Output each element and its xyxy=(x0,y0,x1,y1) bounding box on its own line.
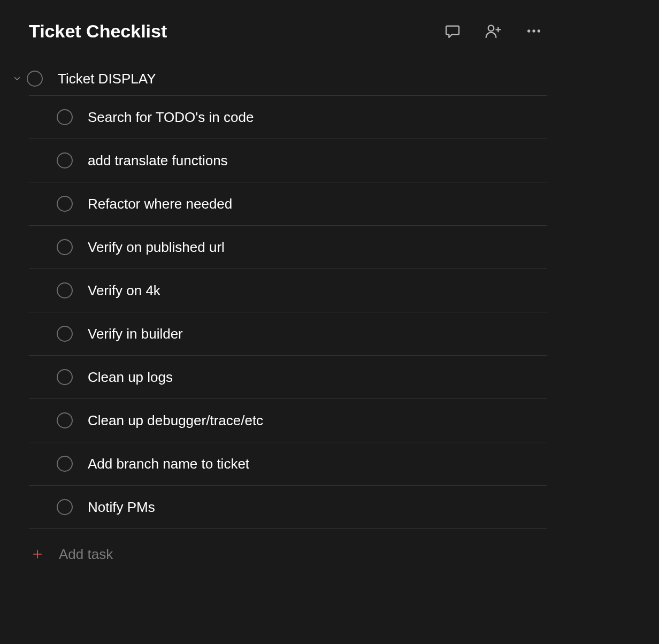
task-row[interactable]: Clean up logs xyxy=(29,356,547,399)
section: Ticket DISPLAY Search for TODO's in code… xyxy=(0,62,659,565)
section-header-row[interactable]: Ticket DISPLAY xyxy=(0,62,659,95)
header-actions xyxy=(442,20,630,42)
comments-button[interactable] xyxy=(442,20,463,42)
task-row[interactable]: add translate functions xyxy=(29,139,547,182)
task-checkbox[interactable] xyxy=(57,456,73,472)
task-row[interactable]: Verify in builder xyxy=(29,312,547,356)
task-checkbox[interactable] xyxy=(57,499,73,515)
task-row[interactable]: Search for TODO's in code xyxy=(29,96,547,139)
task-row[interactable]: Notify PMs xyxy=(29,486,547,529)
task-checkbox[interactable] xyxy=(57,326,73,342)
app-container: Ticket Checklist xyxy=(0,0,659,565)
task-label[interactable]: Search for TODO's in code xyxy=(88,109,254,126)
task-label[interactable]: Clean up logs xyxy=(88,369,173,386)
chevron-down-icon xyxy=(12,74,22,83)
task-checkbox[interactable] xyxy=(57,152,73,168)
collapse-toggle[interactable] xyxy=(11,72,24,85)
add-task-row[interactable]: Add task xyxy=(0,543,659,565)
task-checkbox[interactable] xyxy=(57,282,73,298)
svg-point-3 xyxy=(527,29,530,32)
plus-icon xyxy=(32,548,43,560)
task-list: Search for TODO's in codeadd translate f… xyxy=(29,95,547,529)
task-label[interactable]: Add branch name to ticket xyxy=(88,456,249,472)
task-row[interactable]: Verify on published url xyxy=(29,226,547,269)
header: Ticket Checklist xyxy=(0,0,659,52)
task-label[interactable]: Verify on published url xyxy=(88,239,225,256)
svg-point-0 xyxy=(488,25,494,31)
task-checkbox[interactable] xyxy=(57,196,73,212)
page-title: Ticket Checklist xyxy=(29,21,167,42)
task-row[interactable]: Add branch name to ticket xyxy=(29,442,547,486)
task-row[interactable]: Verify on 4k xyxy=(29,269,547,312)
section-checkbox[interactable] xyxy=(27,71,43,87)
task-checkbox[interactable] xyxy=(57,412,73,428)
task-row[interactable]: Clean up debugger/trace/etc xyxy=(29,399,547,442)
task-label[interactable]: Verify on 4k xyxy=(88,282,160,299)
task-label[interactable]: Refactor where needed xyxy=(88,196,232,212)
task-label[interactable]: add translate functions xyxy=(88,152,228,169)
task-checkbox[interactable] xyxy=(57,369,73,385)
more-horizontal-icon xyxy=(525,22,542,40)
comment-icon xyxy=(444,22,461,40)
task-checkbox[interactable] xyxy=(57,109,73,125)
task-label[interactable]: Clean up debugger/trace/etc xyxy=(88,412,263,429)
add-task-icon-wrapper[interactable] xyxy=(31,548,44,561)
more-options-button[interactable] xyxy=(523,20,545,42)
task-row[interactable]: Refactor where needed xyxy=(29,182,547,226)
task-label[interactable]: Verify in builder xyxy=(88,326,183,342)
svg-point-4 xyxy=(532,29,535,32)
person-plus-icon xyxy=(485,22,502,40)
share-button[interactable] xyxy=(482,20,504,42)
add-task-label[interactable]: Add task xyxy=(59,546,113,563)
task-checkbox[interactable] xyxy=(57,239,73,255)
task-label[interactable]: Notify PMs xyxy=(88,499,155,516)
section-title[interactable]: Ticket DISPLAY xyxy=(58,71,156,87)
svg-point-5 xyxy=(538,29,540,32)
